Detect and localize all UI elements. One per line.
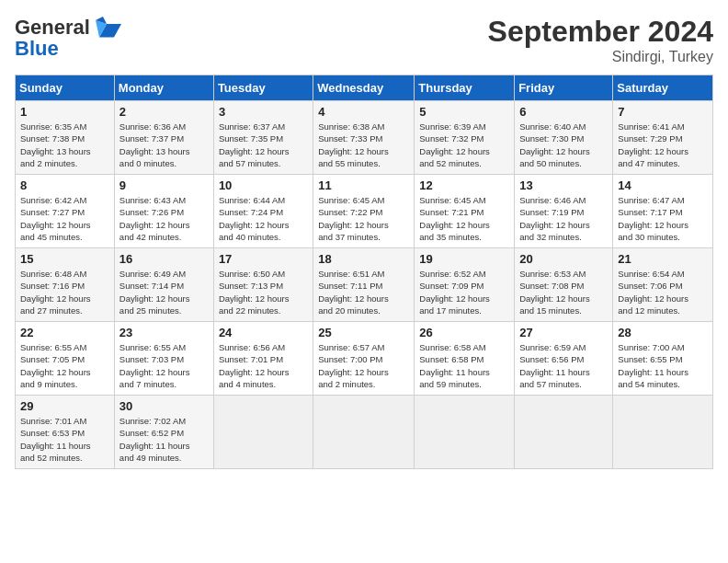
day-info: Sunrise: 6:37 AM Sunset: 7:35 PM Dayligh…	[219, 121, 308, 169]
day-info: Sunrise: 6:41 AM Sunset: 7:29 PM Dayligh…	[618, 121, 708, 169]
day-info: Sunrise: 6:40 AM Sunset: 7:30 PM Dayligh…	[519, 121, 608, 169]
calendar-cell: 25Sunrise: 6:57 AM Sunset: 7:00 PM Dayli…	[313, 322, 415, 396]
day-number: 25	[318, 326, 409, 339]
day-info: Sunrise: 7:00 AM Sunset: 6:55 PM Dayligh…	[618, 341, 708, 390]
calendar-cell: 26Sunrise: 6:58 AM Sunset: 6:58 PM Dayli…	[415, 322, 515, 396]
calendar-cell: 27Sunrise: 6:59 AM Sunset: 6:56 PM Dayli…	[515, 322, 613, 396]
day-info: Sunrise: 6:43 AM Sunset: 7:26 PM Dayligh…	[119, 194, 209, 243]
calendar-week-2: 15Sunrise: 6:48 AM Sunset: 7:16 PM Dayli…	[16, 248, 713, 322]
day-number: 9	[119, 178, 209, 192]
calendar-body: 1Sunrise: 6:35 AM Sunset: 7:38 PM Daylig…	[16, 101, 713, 469]
day-info: Sunrise: 6:45 AM Sunset: 7:21 PM Dayligh…	[419, 194, 509, 243]
day-number: 18	[318, 252, 409, 266]
calendar-cell: 1Sunrise: 6:35 AM Sunset: 7:38 PM Daylig…	[16, 101, 115, 175]
day-info: Sunrise: 6:36 AM Sunset: 7:37 PM Dayligh…	[119, 121, 209, 169]
day-info: Sunrise: 6:59 AM Sunset: 6:56 PM Dayligh…	[519, 341, 608, 390]
day-number: 1	[20, 105, 109, 119]
logo: General Blue	[15, 15, 121, 61]
day-number: 23	[119, 326, 209, 339]
calendar-cell: 28Sunrise: 7:00 AM Sunset: 6:55 PM Dayli…	[613, 322, 713, 396]
day-number: 28	[618, 326, 708, 339]
calendar-cell: 22Sunrise: 6:55 AM Sunset: 7:05 PM Dayli…	[16, 322, 115, 396]
calendar-cell: 8Sunrise: 6:42 AM Sunset: 7:27 PM Daylig…	[16, 175, 115, 248]
day-info: Sunrise: 6:50 AM Sunset: 7:13 PM Dayligh…	[219, 268, 308, 316]
calendar-week-1: 8Sunrise: 6:42 AM Sunset: 7:27 PM Daylig…	[16, 175, 713, 248]
day-info: Sunrise: 6:38 AM Sunset: 7:33 PM Dayligh…	[318, 121, 409, 169]
day-info: Sunrise: 6:56 AM Sunset: 7:01 PM Dayligh…	[219, 341, 308, 390]
calendar-cell	[515, 396, 613, 469]
day-info: Sunrise: 6:55 AM Sunset: 7:03 PM Dayligh…	[119, 341, 209, 390]
day-info: Sunrise: 6:52 AM Sunset: 7:09 PM Dayligh…	[419, 268, 509, 316]
day-number: 10	[219, 178, 308, 192]
day-info: Sunrise: 6:54 AM Sunset: 7:06 PM Dayligh…	[618, 268, 708, 316]
day-number: 3	[219, 105, 308, 119]
calendar-week-3: 22Sunrise: 6:55 AM Sunset: 7:05 PM Dayli…	[16, 322, 713, 396]
day-header-monday: Monday	[114, 75, 213, 101]
day-header-wednesday: Wednesday	[313, 75, 415, 101]
calendar: SundayMondayTuesdayWednesdayThursdayFrid…	[15, 75, 713, 469]
month-title: September 2024	[488, 15, 713, 49]
calendar-cell: 2Sunrise: 6:36 AM Sunset: 7:37 PM Daylig…	[114, 101, 213, 175]
calendar-week-0: 1Sunrise: 6:35 AM Sunset: 7:38 PM Daylig…	[16, 101, 713, 175]
calendar-cell: 15Sunrise: 6:48 AM Sunset: 7:16 PM Dayli…	[16, 248, 115, 322]
day-number: 14	[618, 178, 708, 192]
day-number: 5	[419, 105, 509, 119]
day-info: Sunrise: 6:45 AM Sunset: 7:22 PM Dayligh…	[318, 194, 409, 243]
calendar-cell: 4Sunrise: 6:38 AM Sunset: 7:33 PM Daylig…	[313, 101, 415, 175]
day-header-thursday: Thursday	[415, 75, 515, 101]
page-header: General Blue September 2024 Sindirgi, Tu…	[15, 15, 713, 65]
calendar-cell: 3Sunrise: 6:37 AM Sunset: 7:35 PM Daylig…	[213, 101, 313, 175]
day-number: 16	[119, 252, 209, 266]
calendar-week-4: 29Sunrise: 7:01 AM Sunset: 6:53 PM Dayli…	[16, 396, 713, 469]
day-number: 30	[119, 399, 209, 413]
day-info: Sunrise: 6:46 AM Sunset: 7:19 PM Dayligh…	[519, 194, 608, 243]
calendar-cell: 20Sunrise: 6:53 AM Sunset: 7:08 PM Dayli…	[515, 248, 613, 322]
day-info: Sunrise: 6:48 AM Sunset: 7:16 PM Dayligh…	[20, 268, 109, 316]
calendar-cell: 23Sunrise: 6:55 AM Sunset: 7:03 PM Dayli…	[114, 322, 213, 396]
calendar-cell: 5Sunrise: 6:39 AM Sunset: 7:32 PM Daylig…	[415, 101, 515, 175]
calendar-cell: 10Sunrise: 6:44 AM Sunset: 7:24 PM Dayli…	[213, 175, 313, 248]
day-info: Sunrise: 7:01 AM Sunset: 6:53 PM Dayligh…	[20, 415, 109, 464]
day-number: 4	[318, 105, 409, 119]
calendar-cell: 24Sunrise: 6:56 AM Sunset: 7:01 PM Dayli…	[213, 322, 313, 396]
calendar-cell: 6Sunrise: 6:40 AM Sunset: 7:30 PM Daylig…	[515, 101, 613, 175]
calendar-cell: 12Sunrise: 6:45 AM Sunset: 7:21 PM Dayli…	[415, 175, 515, 248]
day-header-saturday: Saturday	[613, 75, 713, 101]
calendar-cell: 7Sunrise: 6:41 AM Sunset: 7:29 PM Daylig…	[613, 101, 713, 175]
day-info: Sunrise: 6:51 AM Sunset: 7:11 PM Dayligh…	[318, 268, 409, 316]
day-header-friday: Friday	[515, 75, 613, 101]
day-number: 13	[519, 178, 608, 192]
day-info: Sunrise: 6:35 AM Sunset: 7:38 PM Dayligh…	[20, 121, 109, 169]
day-number: 7	[618, 105, 708, 119]
day-number: 12	[419, 178, 509, 192]
day-info: Sunrise: 6:44 AM Sunset: 7:24 PM Dayligh…	[219, 194, 308, 243]
calendar-cell: 16Sunrise: 6:49 AM Sunset: 7:14 PM Dayli…	[114, 248, 213, 322]
calendar-cell	[613, 396, 713, 469]
calendar-header: SundayMondayTuesdayWednesdayThursdayFrid…	[16, 75, 713, 101]
day-number: 17	[219, 252, 308, 266]
calendar-cell	[213, 396, 313, 469]
day-header-sunday: Sunday	[16, 75, 115, 101]
calendar-cell: 17Sunrise: 6:50 AM Sunset: 7:13 PM Dayli…	[213, 248, 313, 322]
calendar-cell: 9Sunrise: 6:43 AM Sunset: 7:26 PM Daylig…	[114, 175, 213, 248]
day-info: Sunrise: 6:42 AM Sunset: 7:27 PM Dayligh…	[20, 194, 109, 243]
calendar-cell: 14Sunrise: 6:47 AM Sunset: 7:17 PM Dayli…	[613, 175, 713, 248]
calendar-cell	[313, 396, 415, 469]
day-number: 24	[219, 326, 308, 339]
day-number: 29	[20, 399, 109, 413]
calendar-cell: 11Sunrise: 6:45 AM Sunset: 7:22 PM Dayli…	[313, 175, 415, 248]
location: Sindirgi, Turkey	[488, 49, 713, 65]
calendar-cell: 29Sunrise: 7:01 AM Sunset: 6:53 PM Dayli…	[16, 396, 115, 469]
day-info: Sunrise: 6:58 AM Sunset: 6:58 PM Dayligh…	[419, 341, 509, 390]
calendar-cell: 30Sunrise: 7:02 AM Sunset: 6:52 PM Dayli…	[114, 396, 213, 469]
day-info: Sunrise: 6:55 AM Sunset: 7:05 PM Dayligh…	[20, 341, 109, 390]
day-info: Sunrise: 6:57 AM Sunset: 7:00 PM Dayligh…	[318, 341, 409, 390]
calendar-cell: 18Sunrise: 6:51 AM Sunset: 7:11 PM Dayli…	[313, 248, 415, 322]
day-number: 15	[20, 252, 109, 266]
calendar-cell: 19Sunrise: 6:52 AM Sunset: 7:09 PM Dayli…	[415, 248, 515, 322]
day-header-tuesday: Tuesday	[213, 75, 313, 101]
day-info: Sunrise: 6:49 AM Sunset: 7:14 PM Dayligh…	[119, 268, 209, 316]
logo-icon	[92, 15, 121, 40]
day-info: Sunrise: 7:02 AM Sunset: 6:52 PM Dayligh…	[119, 415, 209, 464]
day-info: Sunrise: 6:39 AM Sunset: 7:32 PM Dayligh…	[419, 121, 509, 169]
